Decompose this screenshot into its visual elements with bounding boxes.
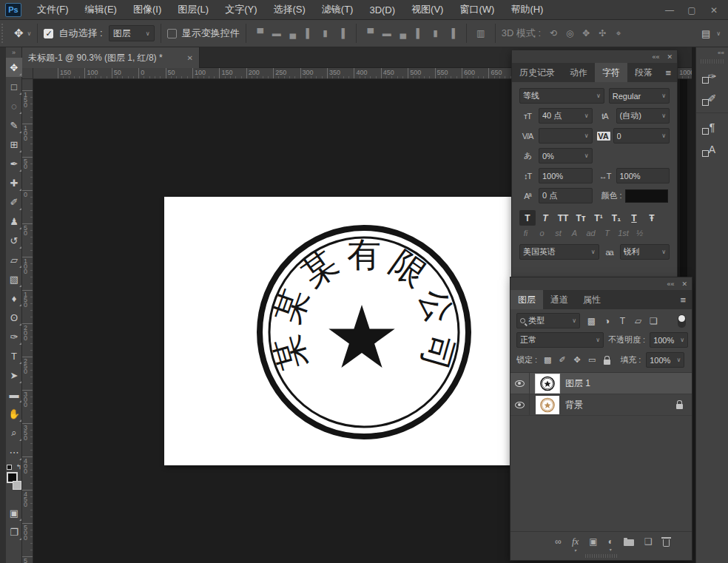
filter-smart-objects-button[interactable]: ❏	[647, 316, 660, 326]
layer-row[interactable]: 图层 1	[510, 373, 692, 394]
faux-bold-button[interactable]: T	[519, 210, 536, 226]
layer-thumbnail[interactable]	[536, 374, 559, 393]
maximize-window-button[interactable]: ▢	[681, 0, 703, 20]
menu-item-edit[interactable]: 编辑(E)	[77, 0, 125, 19]
3d-slide-button[interactable]: ✣	[594, 25, 610, 41]
layer-filter-toggle[interactable]	[678, 314, 686, 328]
align-top-edges-button[interactable]: ▀	[252, 25, 269, 41]
fractions-button[interactable]: ½	[633, 229, 646, 237]
antialias-dropdown[interactable]: 锐利 ∨	[620, 244, 670, 260]
stylistic-alternates-button[interactable]: ad	[584, 229, 597, 237]
quick-mask-button[interactable]: ▣	[6, 503, 22, 522]
leading-dropdown[interactable]: (自动) ∨	[616, 108, 670, 124]
menu-item-window[interactable]: 窗口(W)	[451, 0, 502, 19]
underline-button[interactable]: T	[626, 210, 642, 226]
filter-pixel-layers-button[interactable]: ▩	[585, 316, 598, 326]
tab-channels[interactable]: 通道	[543, 290, 576, 309]
menu-item-file[interactable]: 文件(F)	[29, 0, 77, 19]
dock-grip[interactable]	[701, 59, 724, 64]
align-horizontal-centers-button[interactable]: ▮	[317, 25, 334, 41]
character-styles-panel-icon[interactable]: A	[696, 138, 728, 161]
3d-orbit-button[interactable]: ⟲	[545, 25, 562, 41]
quick-select-tool[interactable]: ✎	[6, 115, 22, 135]
dodge-tool[interactable]: ʘ	[6, 308, 22, 327]
history-brush-tool[interactable]: ↺	[6, 231, 22, 250]
font-style-dropdown[interactable]: Regular ∨	[609, 88, 670, 104]
lock-position-button[interactable]: ✥	[572, 355, 582, 365]
new-group-button[interactable]	[624, 537, 634, 546]
tsume-dropdown[interactable]: 0% ∨	[539, 148, 593, 163]
menu-item-filter[interactable]: 滤镜(T)	[314, 0, 362, 19]
vertical-ruler[interactable]: 1 5 01 0 05 005 01 0 01 5 02 0 02 5 03 0…	[22, 79, 33, 563]
tracking-dropdown[interactable]: 0 ∨	[613, 128, 670, 144]
swash-button[interactable]: A	[568, 229, 581, 237]
blend-mode-dropdown[interactable]: 正常 ∨	[516, 332, 604, 348]
tab-properties[interactable]: 属性	[576, 290, 608, 309]
workspace-caret-icon[interactable]: ∨	[716, 30, 721, 37]
vertical-scale-field[interactable]: 100%	[539, 168, 593, 183]
opacity-dropdown[interactable]: 100% ∨	[650, 332, 688, 348]
layer-visibility-toggle[interactable]	[510, 394, 530, 415]
align-left-edges-button[interactable]: ▌	[301, 25, 317, 41]
show-transform-checkbox[interactable]	[167, 29, 177, 38]
new-layer-button[interactable]: ❑	[644, 536, 653, 547]
collapse-panel-icon[interactable]: ««	[652, 53, 659, 61]
standard-ligatures-button[interactable]: fi	[519, 229, 532, 237]
lock-all-button[interactable]	[601, 355, 612, 365]
paragraph-styles-panel-icon[interactable]: ¶	[696, 116, 728, 138]
distribute-horizontal-centers-button[interactable]: ▮	[428, 25, 444, 41]
delete-layer-button[interactable]	[663, 537, 670, 547]
tool-preset-caret-icon[interactable]: ∨	[27, 30, 32, 37]
collapse-panel-icon[interactable]: ««	[667, 280, 674, 288]
panel-resize-grip[interactable]	[585, 554, 618, 558]
filter-shape-layers-button[interactable]: ▱	[632, 316, 644, 326]
brush-tool[interactable]: ✐	[6, 192, 22, 212]
more-tools-tool[interactable]: ⋯	[6, 442, 22, 462]
fill-dropdown[interactable]: 100% ∨	[646, 352, 684, 368]
baseline-shift-field[interactable]: 0 点	[539, 188, 593, 203]
move-tool-preset-icon[interactable]: ✥	[14, 27, 24, 40]
lasso-tool[interactable]: ◌	[6, 96, 22, 115]
link-layers-button[interactable]: ∞	[555, 536, 562, 547]
tab-history[interactable]: 历史记录	[512, 63, 562, 82]
layer-filter-dropdown[interactable]: 类型 ∨	[516, 313, 580, 328]
all-caps-button[interactable]: TT	[555, 210, 571, 226]
font-size-dropdown[interactable]: 40 点 ∨	[539, 108, 593, 124]
close-panel-icon[interactable]: ✕	[681, 280, 687, 288]
zoom-tool[interactable]: ⌕	[6, 423, 22, 442]
language-dropdown[interactable]: 美国英语 ∨	[519, 244, 599, 260]
document-tab-close-icon[interactable]: ✕	[187, 54, 193, 62]
superscript-button[interactable]: T¹	[590, 210, 607, 226]
tab-actions[interactable]: 动作	[562, 63, 595, 82]
layer-style-button[interactable]: fx▾	[572, 536, 579, 547]
3d-zoom-button[interactable]: ⌖	[610, 25, 627, 41]
lock-transparent-pixels-button[interactable]: ▩	[542, 355, 553, 365]
default-colors-icon[interactable]	[7, 465, 12, 470]
align-bottom-edges-button[interactable]: ▄	[285, 25, 301, 41]
distribute-vertical-centers-button[interactable]: ▬	[379, 25, 395, 41]
panel-menu-icon[interactable]: ≡	[665, 63, 671, 82]
lock-artboard-button[interactable]: ▭	[587, 355, 597, 365]
distribute-bottom-edges-button[interactable]: ▄	[395, 25, 411, 41]
layer-thumbnail[interactable]	[536, 396, 559, 414]
toolbar-expand-icon[interactable]: »	[6, 47, 21, 58]
3d-roll-button[interactable]: ◎	[562, 25, 578, 41]
layer-visibility-toggle[interactable]	[510, 373, 530, 394]
ruler-origin-box[interactable]	[22, 68, 33, 79]
menu-item-help[interactable]: 帮助(H)	[502, 0, 551, 19]
distribute-right-edges-button[interactable]: ▐	[444, 25, 460, 41]
type-tool[interactable]: T	[6, 346, 22, 365]
ordinals-button[interactable]: 1st	[617, 229, 630, 237]
background-color-swatch[interactable]	[13, 481, 21, 490]
screen-mode-button[interactable]: ❐	[6, 522, 22, 542]
close-panel-icon[interactable]: ✕	[667, 53, 673, 61]
document-canvas[interactable]: 某某某有限公司	[164, 197, 549, 465]
menu-item-type[interactable]: 文字(Y)	[217, 0, 265, 19]
layer-row[interactable]: 背景	[510, 394, 692, 416]
options-bar-grip[interactable]	[1, 24, 7, 43]
tab-paragraph[interactable]: 段落	[627, 63, 660, 82]
menu-item-view[interactable]: 视图(V)	[403, 0, 451, 19]
add-layer-mask-button[interactable]: ▣	[589, 536, 597, 547]
workspace-switcher-icon[interactable]: ▤	[698, 25, 714, 41]
3d-pan-button[interactable]: ✥	[578, 25, 594, 41]
